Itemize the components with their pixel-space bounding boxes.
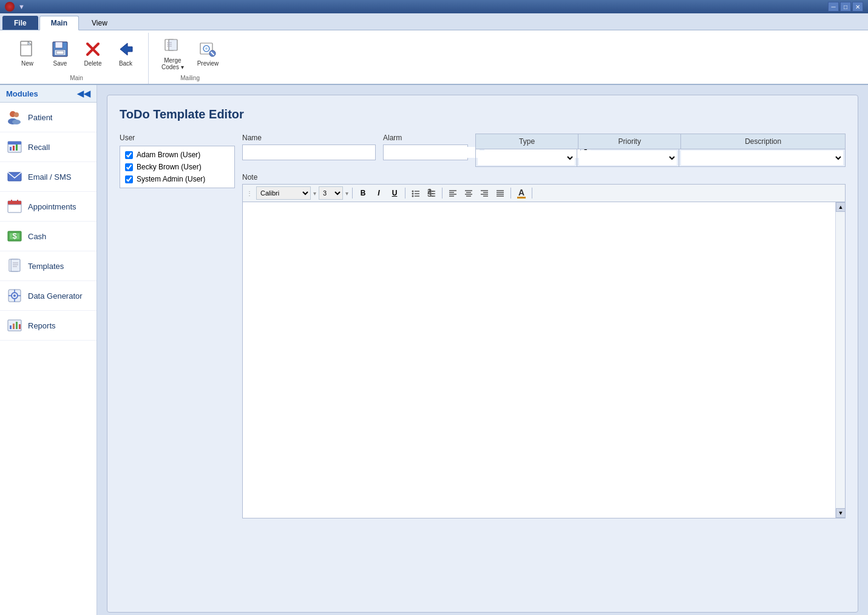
- delete-icon: [83, 39, 103, 59]
- align-right-button[interactable]: [478, 186, 491, 200]
- font-select[interactable]: Calibri Arial Times New Roman: [256, 186, 311, 200]
- font-size-select[interactable]: 3 1 2 4 5 6: [319, 186, 343, 200]
- cash-icon: $: [6, 228, 23, 245]
- sidebar-item-data-generator[interactable]: Data Generator: [0, 281, 97, 311]
- svg-point-46: [13, 294, 16, 297]
- note-body[interactable]: [243, 202, 845, 518]
- svg-point-56: [412, 191, 414, 192]
- sidebar-title: Modules: [6, 89, 38, 98]
- user-adam-checkbox[interactable]: [125, 151, 133, 159]
- ribbon: New Save: [0, 30, 868, 85]
- sidebar-item-appointments[interactable]: Appointments: [0, 192, 97, 222]
- new-label: New: [21, 60, 33, 67]
- save-icon: [50, 39, 70, 59]
- close-button[interactable]: ✕: [852, 2, 863, 12]
- svg-rect-25: [8, 141, 21, 144]
- sidebar-item-recall[interactable]: Recall: [0, 132, 97, 162]
- title-bar-controls: ─ □ ✕: [828, 2, 863, 12]
- numbered-list-button[interactable]: 1. 2. 3.: [425, 186, 438, 200]
- data-generator-icon: [6, 287, 23, 304]
- title-bar-text: ▼: [18, 3, 25, 10]
- description-select[interactable]: [681, 151, 843, 165]
- sidebar-item-email-sms[interactable]: Email / SMS: [0, 162, 97, 192]
- fields-section: Name Alarm : ▲: [242, 134, 846, 518]
- toolbar-divider-4: [510, 188, 511, 199]
- bold-button[interactable]: B: [356, 186, 370, 200]
- new-button[interactable]: New: [12, 36, 42, 70]
- editor-panel: ToDo Template Editor User Adam Brown (Us…: [107, 95, 858, 613]
- svg-rect-4: [55, 42, 63, 48]
- user-sysadmin-label[interactable]: System Admin (User): [137, 175, 205, 183]
- alarm-hour-input[interactable]: [384, 147, 480, 158]
- user-item-adam: Adam Brown (User): [123, 149, 232, 161]
- sidebar-item-cash[interactable]: $ Cash: [0, 222, 97, 251]
- main-buttons: New Save: [12, 33, 141, 73]
- priority-select[interactable]: [579, 151, 676, 165]
- toolbar-divider-5: [532, 188, 532, 199]
- scroll-track: [836, 212, 845, 508]
- merge-codes-button[interactable]: Merge Codes ▾: [156, 33, 189, 73]
- justify-button[interactable]: [493, 186, 507, 200]
- content-area: ToDo Template Editor User Adam Brown (Us…: [97, 85, 868, 615]
- sidebar-item-templates[interactable]: Templates: [0, 251, 97, 281]
- alarm-input-group: : ▲ ▼: [383, 144, 468, 160]
- appointments-icon: [6, 198, 23, 215]
- save-button[interactable]: Save: [45, 36, 75, 70]
- reports-icon: [6, 317, 23, 334]
- toolbar-divider-2: [405, 188, 405, 199]
- ribbon-tabs: File Main View: [0, 13, 868, 30]
- user-list: Adam Brown (User) Becky Brown (User) Sys…: [120, 146, 235, 188]
- sidebar-item-reports[interactable]: Reports: [0, 311, 97, 341]
- preview-label: Preview: [197, 60, 219, 67]
- name-field-label: Name: [242, 134, 376, 142]
- svg-rect-6: [56, 51, 64, 54]
- align-left-button[interactable]: [446, 186, 459, 200]
- color-a-icon: A: [517, 188, 526, 199]
- tab-view[interactable]: View: [80, 16, 119, 30]
- delete-button[interactable]: Delete: [78, 36, 108, 70]
- scroll-down-button[interactable]: ▼: [836, 508, 846, 518]
- user-sysadmin-checkbox[interactable]: [125, 175, 133, 183]
- main-layout: Modules ◀◀ Patient: [0, 85, 868, 615]
- user-becky-label[interactable]: Becky Brown (User): [137, 163, 202, 171]
- italic-button[interactable]: I: [372, 186, 385, 200]
- svg-marker-9: [120, 43, 132, 55]
- type-select[interactable]: [478, 151, 575, 165]
- align-center-button[interactable]: [462, 186, 475, 200]
- user-adam-label[interactable]: Adam Brown (User): [137, 151, 200, 159]
- preview-button[interactable]: Preview: [192, 36, 225, 70]
- maximize-button[interactable]: □: [840, 2, 851, 12]
- svg-rect-52: [10, 325, 12, 329]
- svg-point-19: [205, 47, 208, 50]
- size-arrow: ▾: [345, 190, 348, 197]
- bullet-list-button[interactable]: [409, 186, 422, 200]
- name-input[interactable]: [242, 144, 376, 160]
- svg-point-60: [412, 195, 414, 197]
- user-becky-checkbox[interactable]: [125, 163, 133, 171]
- ribbon-group-main: New Save: [5, 33, 149, 84]
- underline-button[interactable]: U: [388, 186, 401, 200]
- merge-codes-label: Merge Codes ▾: [161, 57, 184, 70]
- ribbon-group-mailing: Merge Codes ▾ Preview Mailing: [149, 33, 231, 84]
- tab-main[interactable]: Main: [39, 16, 79, 30]
- sidebar-collapse-button[interactable]: ◀◀: [77, 89, 90, 98]
- scroll-up-button[interactable]: ▲: [836, 202, 846, 212]
- note-editor: ⋮ Calibri Arial Times New Roman ▾ 3: [242, 184, 846, 518]
- mailing-buttons: Merge Codes ▾ Preview: [156, 33, 224, 73]
- patient-icon: [6, 109, 23, 126]
- font-size-arrow: ▾: [313, 190, 316, 197]
- sidebar-item-cash-label: Cash: [28, 232, 46, 241]
- minimize-button[interactable]: ─: [828, 2, 839, 12]
- type-header: Type: [476, 134, 578, 149]
- app-logo: [5, 2, 15, 12]
- sidebar-item-patient[interactable]: Patient: [0, 103, 97, 132]
- sidebar-item-templates-label: Templates: [28, 262, 64, 271]
- note-scrollbar: ▲ ▼: [835, 202, 845, 518]
- note-section: Note ⋮ Calibri Arial Times New Roman: [242, 173, 846, 518]
- font-color-button[interactable]: A: [515, 186, 528, 200]
- main-group-label: Main: [70, 73, 83, 81]
- back-button[interactable]: Back: [110, 36, 141, 70]
- tab-file[interactable]: File: [2, 16, 38, 30]
- svg-point-21: [14, 112, 19, 117]
- svg-rect-27: [13, 146, 15, 151]
